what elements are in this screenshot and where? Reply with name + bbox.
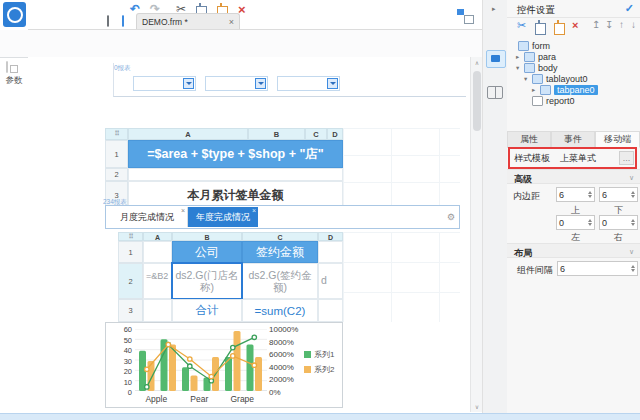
panel-copy-button[interactable]	[538, 21, 540, 33]
tree-item-para[interactable]: ▸para	[516, 51, 556, 62]
outer-cell-row2[interactable]	[128, 168, 343, 181]
padding-right-spinner[interactable]: 0	[599, 215, 638, 230]
component-gap-spinner[interactable]: 6	[557, 261, 638, 276]
inner-row-header-3[interactable]: 3	[118, 299, 143, 322]
combo-dropdown-icon[interactable]	[183, 78, 194, 89]
padding-top-spinner[interactable]: 6	[556, 187, 595, 202]
scrollbar-thumb[interactable]	[473, 71, 481, 131]
right-pane-strip: ▸	[482, 0, 509, 420]
collapse-section-icon[interactable]: ∨	[629, 174, 634, 182]
outer-cell-a1-formula[interactable]: =$area + $type + $shop + "店"	[128, 140, 343, 168]
expand-closed-icon[interactable]: ▸	[516, 53, 522, 61]
document-tab-close-icon[interactable]: ×	[229, 17, 234, 27]
mini-chart-plot	[135, 329, 267, 391]
layout-section-header[interactable]: 布局 ∨	[507, 243, 640, 258]
copy-icon	[538, 20, 540, 34]
inner-col-header-a[interactable]: A	[143, 232, 172, 241]
tree-item-tablayout0[interactable]: ▾tablayout0	[524, 73, 588, 84]
move-up-button[interactable]: ↑	[619, 19, 624, 31]
inner-cell-a2[interactable]: =&B2	[143, 263, 172, 299]
chart-block[interactable]: 6050403020100 ApplePearGrape 10000%8000%…	[105, 322, 343, 408]
advanced-section-header[interactable]: 高级 ∨	[507, 169, 640, 184]
panel-tab-properties[interactable]: 属性	[507, 131, 551, 148]
app-logo[interactable]	[3, 2, 26, 27]
spinner-buttons-icon[interactable]	[631, 191, 635, 198]
collapse-section-icon[interactable]: ∨	[629, 248, 634, 256]
design-tab-yearly[interactable]: 年度完成情况 ×	[188, 207, 258, 227]
inner-cell-b2[interactable]: ds2.G(门店名称)	[172, 263, 242, 299]
inner-cell-d3[interactable]	[318, 299, 343, 322]
spinner-buttons-icon[interactable]	[631, 219, 635, 226]
tree-item-form[interactable]: form	[518, 40, 550, 51]
panel-tab-mobile[interactable]: 移动端	[595, 131, 640, 148]
design-tab-close-icon[interactable]: ×	[181, 207, 185, 214]
design-canvas[interactable]: 0报表 ⠿ A B C D 1 2 3 =$area + $type + $sh…	[28, 57, 470, 412]
style-template-value[interactable]: 上菜单式	[560, 152, 596, 165]
design-tab-close-icon[interactable]: ×	[252, 207, 256, 214]
inner-row-header-1[interactable]: 1	[118, 241, 143, 263]
spinner-buttons-icon[interactable]	[588, 191, 592, 198]
tab-strip-gear-icon[interactable]: ⚙	[447, 212, 455, 222]
param-combobox-2[interactable]	[205, 76, 268, 91]
inner-cell-c3[interactable]: =sum(C2)	[242, 299, 318, 322]
outer-col-header-a[interactable]: A	[128, 128, 248, 140]
tree-item-report0[interactable]: report0	[524, 95, 575, 106]
outer-col-header-d[interactable]: D	[327, 128, 343, 140]
inner-cell-c2[interactable]: ds2.G(签约金额)	[242, 263, 318, 299]
expand-open-icon[interactable]: ▾	[524, 75, 530, 83]
inner-col-header-d[interactable]: D	[318, 232, 343, 241]
outer-row-header-1[interactable]: 1	[105, 140, 128, 168]
expand-open-icon[interactable]: ▾	[516, 64, 522, 72]
report-doc-icon[interactable]	[122, 16, 124, 26]
outer-row-header-2[interactable]: 2	[105, 168, 128, 181]
panel-delete-button[interactable]: ×	[572, 19, 578, 31]
tree-item-body[interactable]: ▾body	[516, 62, 558, 73]
style-template-more-button[interactable]: …	[619, 151, 634, 165]
combo-dropdown-icon[interactable]	[255, 78, 266, 89]
move-down-button[interactable]: ↓	[631, 19, 636, 31]
inner-cell-d1[interactable]	[318, 241, 343, 263]
inner-cell-c1[interactable]: 签约金额	[242, 241, 318, 263]
outer-col-header-b[interactable]: B	[248, 128, 305, 140]
widget-settings-pane-icon[interactable]	[486, 50, 506, 68]
move-top-button[interactable]: ↥	[592, 19, 600, 31]
expand-closed-icon[interactable]: ▸	[532, 86, 538, 94]
panel-tab-events[interactable]: 事件	[551, 131, 595, 148]
move-bottom-button[interactable]: ↧	[605, 19, 613, 31]
panel-paste-button[interactable]	[557, 21, 559, 33]
combo-dropdown-icon[interactable]	[327, 78, 338, 89]
logo-glyph	[7, 7, 23, 23]
inner-sheet-corner[interactable]: ⠿	[118, 232, 143, 241]
inner-cell-a1[interactable]	[143, 241, 172, 263]
inner-cell-b1[interactable]: 公司	[172, 241, 242, 263]
inner-row-header-2[interactable]: 2	[118, 263, 143, 299]
design-tab-label: 年度完成情况	[196, 211, 250, 224]
inner-sheet-empty-grid[interactable]	[343, 232, 460, 322]
outer-col-header-c[interactable]: C	[305, 128, 327, 140]
padding-left-spinner[interactable]: 0	[556, 215, 595, 230]
tree-item-tabpane0[interactable]: ▸tabpane0	[532, 84, 598, 95]
inner-cell-d2[interactable]: d	[318, 263, 343, 299]
body-icon	[524, 63, 535, 73]
inner-col-header-c[interactable]: C	[242, 232, 318, 241]
inner-cell-b3[interactable]: 合计	[172, 299, 242, 322]
parameter-pane-button[interactable]	[6, 62, 8, 72]
tree-label: para	[538, 52, 556, 62]
padding-bottom-spinner[interactable]: 6	[599, 187, 638, 202]
outer-sheet-empty-grid[interactable]	[343, 128, 460, 209]
body-settings-pane-icon[interactable]	[487, 86, 503, 99]
form-view-icon[interactable]	[107, 16, 109, 26]
param-combobox-1[interactable]	[133, 76, 196, 91]
apply-check-icon[interactable]: ✓	[625, 2, 634, 15]
outer-sheet-corner[interactable]: ⠿	[105, 128, 128, 140]
spinner-buttons-icon[interactable]	[631, 265, 635, 272]
document-tab[interactable]: DEMO.frm * ×	[136, 13, 240, 30]
tab-strip[interactable]: 月度完成情况 × 年度完成情况 × ⚙	[105, 205, 460, 229]
design-tab-monthly[interactable]: 月度完成情况 ×	[107, 207, 188, 227]
spinner-buttons-icon[interactable]	[588, 219, 592, 226]
panel-cut-button[interactable]: ✂	[517, 19, 526, 31]
param-combobox-3[interactable]	[277, 76, 340, 91]
inner-cell-a3[interactable]	[143, 299, 172, 322]
collapse-panel-icon[interactable]: ▸	[492, 5, 496, 13]
inner-col-header-b[interactable]: B	[172, 232, 242, 241]
